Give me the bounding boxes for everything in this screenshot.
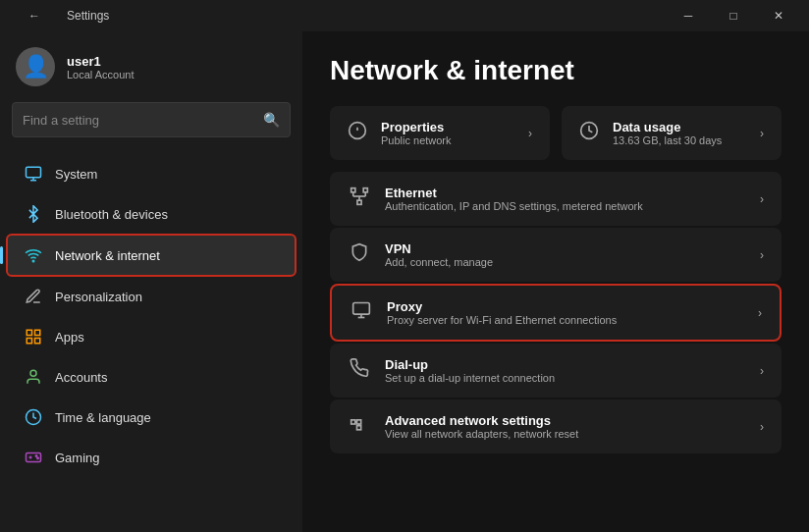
proxy-chevron: › <box>758 306 762 320</box>
user-info: user1 Local Account <box>67 54 135 80</box>
properties-subtitle: Public network <box>381 134 514 146</box>
dialup-setting[interactable]: Dial-up Set up a dial-up internet connec… <box>330 344 782 398</box>
ethernet-title: Ethernet <box>385 186 746 200</box>
sidebar-item-apps[interactable]: Apps <box>8 317 295 356</box>
svg-rect-19 <box>357 200 361 204</box>
data-usage-icon <box>579 121 599 145</box>
user-account: Local Account <box>67 69 135 80</box>
advanced-title: Advanced network settings <box>385 413 746 428</box>
proxy-setting[interactable]: Proxy Proxy server for Wi-Fi and Etherne… <box>330 284 782 342</box>
ethernet-setting[interactable]: Ethernet Authentication, IP and DNS sett… <box>330 172 782 226</box>
sidebar-item-bluetooth-label: Bluetooth & devices <box>55 207 168 222</box>
dialup-icon <box>348 358 371 383</box>
sidebar-item-gaming[interactable]: Gaming <box>8 438 295 477</box>
gaming-icon <box>24 448 43 467</box>
title-bar: ← Settings ─ □ ✕ <box>0 0 809 31</box>
ethernet-chevron: › <box>760 192 764 206</box>
app-content: 👤 user1 Local Account Find a setting 🔍 S… <box>0 31 809 532</box>
svg-point-8 <box>30 370 36 376</box>
svg-rect-27 <box>351 420 355 424</box>
advanced-text: Advanced network settings View all netwo… <box>385 413 746 440</box>
svg-point-11 <box>35 455 37 457</box>
sidebar-item-bluetooth[interactable]: Bluetooth & devices <box>8 194 295 234</box>
vpn-title: VPN <box>385 241 746 256</box>
svg-rect-7 <box>35 339 40 344</box>
search-container: Find a setting 🔍 <box>0 102 302 149</box>
search-placeholder: Find a setting <box>23 113 255 128</box>
network-icon <box>24 245 43 265</box>
time-icon <box>24 407 43 427</box>
advanced-setting[interactable]: Advanced network settings View all netwo… <box>330 399 782 453</box>
data-usage-subtitle: 13.63 GB, last 30 days <box>613 134 746 146</box>
avatar-icon: 👤 <box>23 54 49 80</box>
properties-chevron: › <box>528 127 532 140</box>
svg-rect-5 <box>35 330 40 335</box>
top-cards: Properties Public network › Data usage 1… <box>330 106 782 160</box>
svg-point-12 <box>37 457 39 459</box>
avatar: 👤 <box>16 47 55 86</box>
vpn-chevron: › <box>760 248 764 262</box>
minimize-button[interactable]: ─ <box>666 0 711 31</box>
sidebar-item-gaming-label: Gaming <box>55 451 100 465</box>
sidebar-item-network[interactable]: Network & internet <box>6 234 297 277</box>
ethernet-icon <box>348 186 371 211</box>
properties-icon <box>348 121 367 145</box>
svg-rect-28 <box>357 420 361 424</box>
title-bar-controls: ─ □ ✕ <box>666 0 801 31</box>
svg-rect-6 <box>27 339 31 344</box>
vpn-setting[interactable]: VPN Add, connect, manage › <box>330 228 782 282</box>
sidebar-item-accounts[interactable]: Accounts <box>8 357 295 397</box>
proxy-text: Proxy Proxy server for Wi-Fi and Etherne… <box>387 299 744 326</box>
sidebar-item-time-label: Time & language <box>55 410 151 425</box>
properties-title: Properties <box>381 120 514 134</box>
close-button[interactable]: ✕ <box>756 0 801 31</box>
proxy-icon <box>350 300 373 325</box>
ethernet-text: Ethernet Authentication, IP and DNS sett… <box>385 186 746 212</box>
advanced-chevron: › <box>760 420 764 434</box>
dialup-text: Dial-up Set up a dial-up internet connec… <box>385 357 746 384</box>
sidebar-item-system-label: System <box>55 167 97 182</box>
nav-list: System Bluetooth & devices Network & int… <box>0 149 302 532</box>
dialup-chevron: › <box>760 364 764 378</box>
personalization-icon <box>24 287 43 306</box>
search-icon: 🔍 <box>263 112 280 128</box>
data-usage-text: Data usage 13.63 GB, last 30 days <box>613 120 746 146</box>
proxy-title: Proxy <box>387 299 744 314</box>
sidebar-item-personalization[interactable]: Personalization <box>8 277 295 316</box>
main-panel: Network & internet Properties Public net… <box>302 31 809 532</box>
svg-rect-0 <box>27 167 41 178</box>
vpn-subtitle: Add, connect, manage <box>385 256 746 268</box>
system-icon <box>24 164 43 184</box>
sidebar-item-system[interactable]: System <box>8 154 295 193</box>
data-usage-card[interactable]: Data usage 13.63 GB, last 30 days › <box>562 106 782 160</box>
dialup-subtitle: Set up a dial-up internet connection <box>385 372 746 384</box>
advanced-icon <box>348 414 371 439</box>
title-bar-left: ← Settings <box>12 0 109 31</box>
vpn-icon <box>348 242 371 267</box>
svg-rect-18 <box>363 188 367 192</box>
sidebar-item-time[interactable]: Time & language <box>8 398 295 437</box>
sidebar-item-accounts-label: Accounts <box>55 370 107 385</box>
search-box[interactable]: Find a setting 🔍 <box>12 102 291 137</box>
sidebar: 👤 user1 Local Account Find a setting 🔍 S… <box>0 31 302 532</box>
sidebar-item-apps-label: Apps <box>55 330 84 345</box>
accounts-icon <box>24 367 43 387</box>
properties-text: Properties Public network <box>381 120 514 146</box>
ethernet-subtitle: Authentication, IP and DNS settings, met… <box>385 200 746 212</box>
settings-list: Ethernet Authentication, IP and DNS sett… <box>330 172 782 453</box>
back-button[interactable]: ← <box>12 0 57 31</box>
data-usage-chevron: › <box>760 127 764 140</box>
svg-point-3 <box>32 260 34 262</box>
user-name: user1 <box>67 54 135 69</box>
vpn-text: VPN Add, connect, manage <box>385 241 746 268</box>
page-title: Network & internet <box>330 55 782 86</box>
proxy-subtitle: Proxy server for Wi-Fi and Ethernet conn… <box>387 314 744 326</box>
svg-rect-24 <box>353 303 370 315</box>
maximize-button[interactable]: □ <box>711 0 756 31</box>
bluetooth-icon <box>24 204 43 224</box>
advanced-subtitle: View all network adapters, network reset <box>385 428 746 440</box>
svg-rect-29 <box>357 426 361 430</box>
svg-rect-4 <box>27 330 31 335</box>
user-profile[interactable]: 👤 user1 Local Account <box>0 35 302 102</box>
properties-card[interactable]: Properties Public network › <box>330 106 550 160</box>
